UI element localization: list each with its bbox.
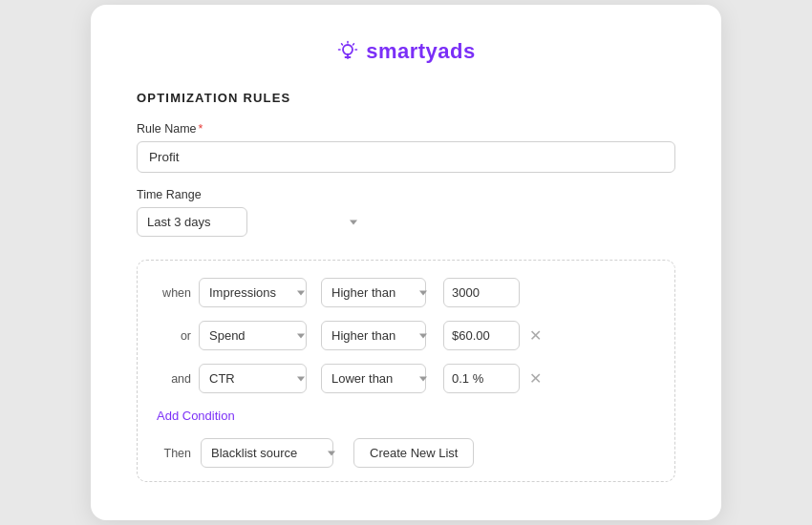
metric-select-wrap-2: Impressions Spend CTR CPC CPM Clicks (199, 364, 313, 393)
remove-condition-button-2[interactable]: ✕ (527, 371, 544, 387)
condition-label-when: when (157, 286, 191, 300)
value-input-2[interactable] (443, 364, 520, 393)
svg-line-4 (353, 44, 354, 45)
metric-select-2[interactable]: Impressions Spend CTR CPC CPM Clicks (199, 364, 307, 393)
required-star: * (199, 122, 203, 136)
time-range-select[interactable]: Last 3 days Last 7 days Last 14 days Las… (137, 207, 247, 237)
metric-select-1[interactable]: Impressions Spend CTR CPC CPM Clicks (199, 321, 307, 350)
condition-label-or: or (157, 329, 191, 343)
value-input-0[interactable] (443, 278, 520, 307)
main-card: smartyads OPTIMIZATION RULES Rule Name* … (91, 5, 721, 520)
operator-select-wrap-1: Higher than Lower than Equal to (321, 321, 436, 350)
condition-row-or: or Impressions Spend CTR CPC CPM Clicks … (157, 321, 655, 350)
create-new-list-button[interactable]: Create New List (353, 438, 474, 468)
logo-text: smartyads (366, 39, 476, 64)
operator-select-wrap-2: Higher than Lower than Equal to (321, 364, 436, 393)
condition-row-when: when Impressions Spend CTR CPC CPM Click… (157, 278, 655, 307)
then-row: Then Blacklist source Pause campaign Inc… (157, 438, 655, 468)
svg-line-5 (342, 44, 343, 45)
add-condition-button[interactable]: Add Condition (157, 409, 235, 423)
operator-select-1[interactable]: Higher than Lower than Equal to (321, 321, 426, 350)
page-title: OPTIMIZATION RULES (137, 91, 675, 105)
rule-name-input[interactable] (137, 141, 675, 173)
time-range-select-wrap: Last 3 days Last 7 days Last 14 days Las… (137, 207, 366, 237)
operator-select-wrap-0: Higher than Lower than Equal to (321, 278, 436, 307)
metric-select-0[interactable]: Impressions Spend CTR CPC CPM Clicks (199, 278, 307, 307)
rule-name-label: Rule Name* (137, 122, 675, 136)
operator-select-0[interactable]: Higher than Lower than Equal to (321, 278, 426, 307)
operator-select-2[interactable]: Higher than Lower than Equal to (321, 364, 426, 393)
then-label: Then (157, 447, 191, 460)
remove-condition-button-1[interactable]: ✕ (527, 328, 544, 344)
condition-label-and: and (157, 372, 191, 386)
time-range-label: Time Range (137, 188, 675, 201)
value-input-1[interactable] (443, 321, 520, 350)
metric-select-wrap-1: Impressions Spend CTR CPC CPM Clicks (199, 321, 313, 350)
then-action-select[interactable]: Blacklist source Pause campaign Increase… (201, 438, 333, 468)
metric-select-wrap-0: Impressions Spend CTR CPC CPM Clicks (199, 278, 313, 307)
svg-point-0 (343, 45, 353, 54)
conditions-box: when Impressions Spend CTR CPC CPM Click… (137, 260, 675, 482)
then-action-select-wrap: Blacklist source Pause campaign Increase… (201, 438, 344, 468)
logo-area: smartyads (137, 39, 675, 64)
logo-icon (336, 40, 359, 63)
condition-row-and: and Impressions Spend CTR CPC CPM Clicks… (157, 364, 655, 393)
